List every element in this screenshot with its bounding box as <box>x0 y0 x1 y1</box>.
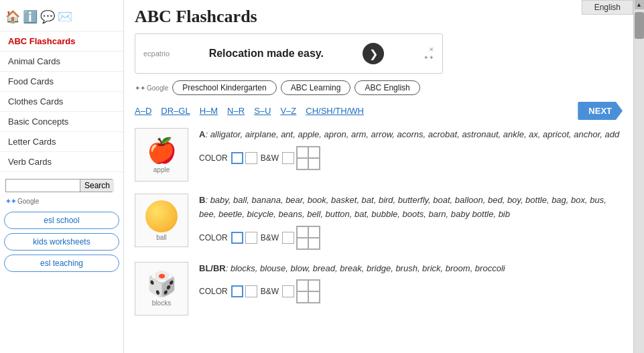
card-entry-a: 🍎 apple A: alligator, airplane, ant, app… <box>135 128 623 182</box>
ad-banner: ecpatrio Relocation made easy. ❯ ✕ ✦✦ <box>135 33 443 74</box>
ball-emoji <box>145 200 178 232</box>
card-entry-blbr: 🎲 blocks BL/BR: blocks, blouse, blow, br… <box>135 262 623 315</box>
card-words-blbr: BL/BR: blocks, blouse, blow, bread, brea… <box>199 262 623 276</box>
search-button[interactable]: Search <box>80 180 114 192</box>
color-row-a: COLOR B&W <box>199 146 623 170</box>
grid-box-a[interactable] <box>296 146 320 170</box>
color-box-b1[interactable] <box>231 232 243 244</box>
next-button[interactable]: NEXT <box>578 102 623 120</box>
ad-button[interactable]: ❯ <box>363 43 384 64</box>
search-box: Search <box>5 179 113 192</box>
scroll-thumb[interactable] <box>635 12 644 39</box>
card-letter-blbr: BL/BR <box>199 263 226 273</box>
color-box-b2[interactable] <box>245 232 257 244</box>
sidebar-tag-buttons: esl school kids worksheets esl teaching <box>0 209 123 275</box>
tag-kids-worksheets[interactable]: kids worksheets <box>4 233 119 251</box>
language-label: English <box>594 3 621 12</box>
ad-expand-icon: ✦✦ <box>424 54 434 61</box>
alpha-link-su[interactable]: S–U <box>254 106 271 116</box>
google-ads-g-icon: ✦✦ <box>135 84 145 92</box>
card-info-blbr: BL/BR: blocks, blouse, blow, bread, brea… <box>199 262 623 304</box>
mail-icon[interactable]: ✉️ <box>58 9 72 24</box>
ad-logo: ecpatrio <box>143 50 170 58</box>
sidebar-search-area: Search <box>0 172 123 196</box>
page-title: ABC Flashcards <box>135 7 623 27</box>
grid-box-b[interactable] <box>296 226 320 250</box>
color-row-b: COLOR B&W <box>199 226 623 250</box>
bw-label-blbr: B&W <box>261 287 279 296</box>
language-bar: English <box>582 0 633 15</box>
color-label-blbr: COLOR <box>199 287 228 296</box>
card-words-b: B: baby, ball, banana, bear, book, baske… <box>199 194 623 222</box>
alpha-link-chsh[interactable]: CH/SH/TH/WH <box>306 106 364 116</box>
blocks-label: blocks <box>152 299 171 307</box>
sidebar-google-label: ✦✦ Google <box>0 196 123 209</box>
main-content: English ABC Flashcards ecpatrio Relocati… <box>124 0 633 353</box>
tag-esl-teaching[interactable]: esl teaching <box>4 255 119 272</box>
blocks-emoji: 🎲 <box>147 270 177 298</box>
color-box-a2[interactable] <box>245 152 257 164</box>
color-box-blbr2[interactable] <box>245 285 257 297</box>
alpha-link-ad[interactable]: A–D <box>135 106 151 116</box>
sidebar-icon-row: 🏠 ℹ️ 💬 ✉️ <box>0 5 123 31</box>
alpha-nav: A–D DR–GL H–M N–R S–U V–Z CH/SH/TH/WH NE… <box>135 102 623 120</box>
ad-corner: ✕ ✦✦ <box>424 46 434 61</box>
card-image-ball: ball <box>135 194 188 247</box>
card-image-apple: 🍎 apple <box>135 128 188 182</box>
google-btn-preschool[interactable]: Preschool Kindergarten <box>172 80 276 95</box>
info-icon[interactable]: ℹ️ <box>23 9 38 24</box>
bw-label-a: B&W <box>261 153 279 163</box>
color-label-b: COLOR <box>199 233 228 242</box>
sidebar: 🏠 ℹ️ 💬 ✉️ ABC Flashcards Animal Cards Fo… <box>0 0 124 353</box>
card-letter-b: B <box>199 195 205 205</box>
google-btn-abc-learning[interactable]: ABC Learning <box>281 80 351 95</box>
card-entry-b: ball B: baby, ball, banana, bear, book, … <box>135 194 623 250</box>
sidebar-item-letter-cards[interactable]: Letter Cards <box>0 132 123 152</box>
sidebar-item-animal-cards[interactable]: Animal Cards <box>0 52 123 72</box>
ball-label: ball <box>156 234 167 241</box>
google-icon: ✦✦ <box>5 198 16 205</box>
scroll-up-arrow[interactable]: ▲ <box>635 0 644 9</box>
google-ads-label: ✦✦ Google <box>135 84 168 92</box>
sidebar-item-abc-flashcards[interactable]: ABC Flashcards <box>0 31 123 52</box>
bw-box-b1[interactable] <box>282 232 294 244</box>
google-btn-abc-english[interactable]: ABC English <box>355 80 420 95</box>
sidebar-item-basic-concepts[interactable]: Basic Concepts <box>0 112 123 132</box>
card-letter-a: A <box>199 129 205 139</box>
bw-label-b: B&W <box>261 233 279 242</box>
chat-icon[interactable]: 💬 <box>40 9 55 24</box>
color-label-a: COLOR <box>199 153 228 163</box>
apple-emoji: 🍎 <box>147 137 177 165</box>
color-row-blbr: COLOR B&W <box>199 279 623 303</box>
bw-box-blbr1[interactable] <box>282 285 294 297</box>
google-ads-row: ✦✦ Google Preschool Kindergarten ABC Lea… <box>135 80 623 95</box>
alpha-link-vz[interactable]: V–Z <box>280 106 296 116</box>
alpha-link-hm[interactable]: H–M <box>200 106 218 116</box>
search-input[interactable] <box>6 180 80 192</box>
card-info-b: B: baby, ball, banana, bear, book, baske… <box>199 194 623 250</box>
home-icon[interactable]: 🏠 <box>5 9 20 24</box>
alpha-link-drgl[interactable]: DR–GL <box>161 106 190 116</box>
tag-esl-school[interactable]: esl school <box>4 212 119 229</box>
sidebar-item-verb-cards[interactable]: Verb Cards <box>0 152 123 172</box>
card-info-a: A: alligator, airplane, ant, apple, apro… <box>199 128 623 170</box>
apple-label: apple <box>153 166 170 173</box>
alpha-link-nr[interactable]: N–R <box>227 106 245 116</box>
card-image-blocks: 🎲 blocks <box>135 262 188 315</box>
sidebar-item-food-cards[interactable]: Food Cards <box>0 72 123 92</box>
color-box-a1[interactable] <box>231 152 243 164</box>
sidebar-item-clothes-cards[interactable]: Clothes Cards <box>0 92 123 112</box>
ad-text: Relocation made easy. <box>209 48 324 60</box>
bw-box-a1[interactable] <box>282 152 294 164</box>
grid-box-blbr[interactable] <box>296 279 320 303</box>
scrollbar[interactable]: ▲ <box>633 0 644 353</box>
color-box-blbr1[interactable] <box>231 285 243 297</box>
ad-close-icon[interactable]: ✕ <box>429 46 434 53</box>
card-words-a: A: alligator, airplane, ant, apple, apro… <box>199 128 623 142</box>
